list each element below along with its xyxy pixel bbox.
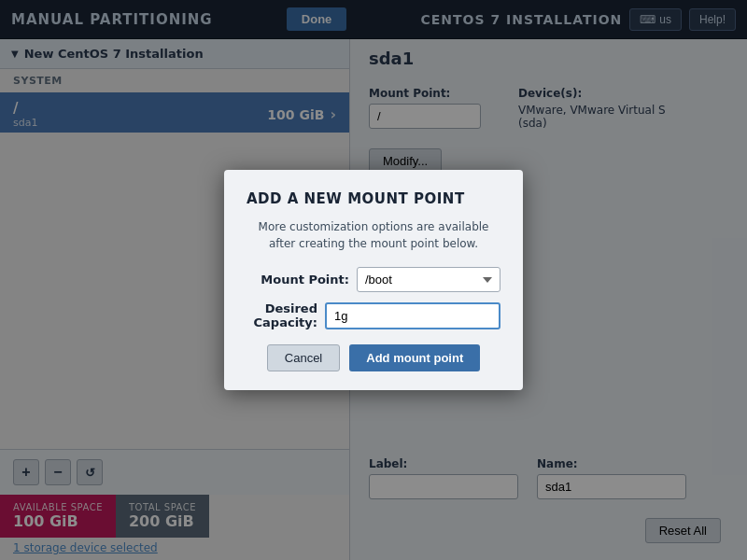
add-mount-point-button[interactable]: Add mount point <box>349 344 480 371</box>
modal-mount-point-row: Mount Point: /boot / /home /var /tmp swa… <box>247 267 500 292</box>
add-mount-point-modal: ADD A NEW MOUNT POINT More customization… <box>224 170 523 390</box>
modal-capacity-row: Desired Capacity: <box>247 301 500 329</box>
modal-capacity-label: Desired Capacity: <box>247 301 317 329</box>
modal-mount-point-label: Mount Point: <box>247 273 349 287</box>
modal-title: ADD A NEW MOUNT POINT <box>247 190 500 207</box>
modal-buttons: Cancel Add mount point <box>247 344 500 371</box>
modal-mount-point-select[interactable]: /boot / /home /var /tmp swap <box>357 267 500 292</box>
modal-overlay: ADD A NEW MOUNT POINT More customization… <box>0 0 747 560</box>
modal-capacity-input[interactable] <box>325 302 500 329</box>
modal-description: More customization options are available… <box>247 218 500 252</box>
cancel-button[interactable]: Cancel <box>267 344 340 371</box>
